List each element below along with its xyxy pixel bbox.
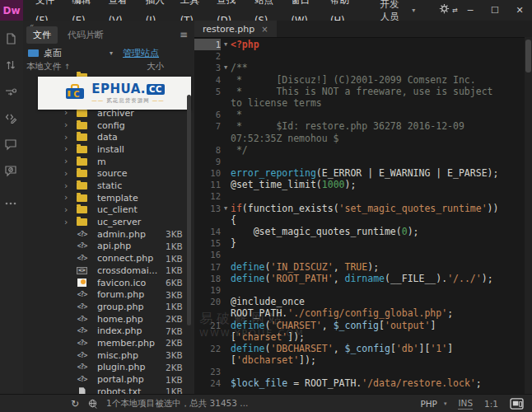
- tree-row-folder[interactable]: ›data: [23, 131, 191, 143]
- tree-row-file[interactable]: <>crossdomai...1KB: [23, 265, 191, 277]
- folder-icon: [77, 194, 87, 202]
- tree-row-folder[interactable]: ›config: [23, 119, 191, 132]
- close-button[interactable]: ✕: [507, 0, 532, 21]
- fold-arrow-icon[interactable]: ▼: [221, 62, 231, 73]
- fold-arrow-icon[interactable]: ▼: [221, 39, 231, 50]
- line-number: [194, 133, 221, 144]
- document-tab-label: restore.php: [203, 24, 254, 35]
- chevron-right-icon[interactable]: ›: [64, 157, 77, 166]
- php-file-icon: <?>: [77, 303, 87, 311]
- tree-row-folder[interactable]: ›static: [23, 180, 191, 192]
- line-number: 14: [194, 226, 221, 237]
- get-files-icon[interactable]: [87, 399, 98, 410]
- manage-sites-link[interactable]: 管理站点: [123, 47, 159, 59]
- maximize-button[interactable]: ☐: [483, 0, 507, 21]
- chevron-down-icon[interactable]: ▾: [110, 49, 113, 57]
- tree-row-file[interactable]: <?>api.php1KB: [23, 241, 191, 253]
- php-file-icon: <?>: [77, 316, 87, 323]
- code-text: ['charset']);: [231, 331, 524, 343]
- watermark-banner: C EPHUA.CC —— 贰花息货资源网 ——: [38, 77, 191, 110]
- file-size: 1KB: [166, 302, 183, 311]
- refresh-icon[interactable]: ↻: [71, 398, 79, 410]
- tree-row-folder[interactable]: ›install: [23, 143, 191, 156]
- document-tab[interactable]: restore.php ×: [194, 21, 277, 37]
- sync-arrows-icon: ⇄: [452, 7, 458, 14]
- code-text: @set_magic_quotes_runtime(0);: [231, 226, 524, 237]
- tree-row-file[interactable]: robots.txt1KB: [23, 386, 191, 394]
- file-name: group.php: [97, 302, 166, 312]
- chevron-right-icon[interactable]: ›: [64, 133, 77, 143]
- new-document-icon[interactable]: [4, 32, 19, 47]
- code-text: * $Id: restore.php 36278 2016-12-09: [231, 120, 524, 132]
- code-text: /**: [231, 62, 524, 73]
- file-name: misc.php: [97, 350, 166, 361]
- sync-settings-button[interactable]: ⇄: [438, 2, 458, 18]
- code-line: 11@set_time_limit(1000);: [194, 179, 524, 190]
- line-number: 6: [194, 109, 221, 120]
- comment-icon[interactable]: [4, 138, 19, 152]
- code-text: ROOT_PATH.'./config/config_global.php';: [231, 307, 524, 319]
- transfer-icon[interactable]: [4, 85, 19, 100]
- editor-scrollbar-track[interactable]: [525, 37, 532, 394]
- device-preview-icon[interactable]: [510, 398, 524, 410]
- site-select[interactable]: 桌面: [44, 47, 62, 59]
- chevron-right-icon[interactable]: ›: [64, 218, 77, 227]
- folder-icon: [77, 182, 87, 190]
- code-text: define('CHARSET', $_config['output']: [231, 320, 524, 331]
- minimize-button[interactable]: ─: [458, 0, 483, 21]
- code-line: 3▼/**: [194, 62, 524, 73]
- panel-menu-icon[interactable]: ≡: [180, 30, 188, 39]
- tree-row-file[interactable]: <?>forum.php3KB: [23, 288, 191, 301]
- panel-scrollbar[interactable]: [187, 95, 191, 325]
- tree-row-folder[interactable]: ›uc_client: [23, 204, 191, 217]
- language-select[interactable]: PHP ▾: [420, 399, 446, 409]
- tree-row-file[interactable]: <?>portal.php1KB: [23, 373, 191, 386]
- code-text: [231, 50, 524, 62]
- tree-row-file[interactable]: <?>member.php2KB: [23, 337, 191, 349]
- file-name: crossdomai...: [97, 265, 166, 276]
- chevron-right-icon[interactable]: ›: [64, 120, 77, 130]
- tree-row-folder[interactable]: ›source: [23, 168, 191, 180]
- tree-row-file[interactable]: <?>plugin.php2KB: [23, 362, 191, 374]
- workspace-switcher[interactable]: 开发人员 ▾: [380, 0, 415, 23]
- code-text: define('ROOT_PATH', dirname(__FILE__).'/…: [231, 273, 524, 284]
- chevron-right-icon[interactable]: ›: [64, 205, 77, 215]
- tree-row-file[interactable]: <?>group.php1KB: [23, 301, 191, 313]
- fold-arrow-icon[interactable]: ▼: [221, 203, 231, 214]
- tab-snippets[interactable]: 代码片断: [61, 26, 110, 44]
- code-text: 07:52:35Z nemohou $: [231, 133, 524, 144]
- chevron-right-icon[interactable]: ›: [64, 193, 77, 203]
- tree-row-file[interactable]: <?>connect.php1KB: [23, 252, 191, 265]
- chevron-right-icon[interactable]: ›: [64, 144, 77, 154]
- tool-strip: [0, 21, 24, 394]
- editor-scrollbar-thumb[interactable]: [525, 40, 531, 73]
- code-area[interactable]: 1▼<?php23▼/**4 * [Discuz!] (C)2001-2099 …: [194, 37, 524, 390]
- chevron-right-icon[interactable]: ›: [64, 108, 77, 118]
- tree-row-file[interactable]: <?>index.php7KB: [23, 325, 191, 337]
- tab-files[interactable]: 文件: [26, 26, 58, 44]
- insert-mode-indicator[interactable]: INS: [458, 398, 473, 410]
- tree-row-file[interactable]: <?>misc.php3KB: [23, 349, 191, 362]
- file-tree: ⌄›archiver›config›data›install›m›source›…: [23, 71, 191, 394]
- chevron-right-icon[interactable]: ›: [64, 169, 77, 179]
- php-file-icon: <?>: [77, 363, 87, 371]
- tree-row-folder[interactable]: ›uc_server: [23, 216, 191, 228]
- file-name: api.php: [97, 241, 166, 251]
- chevron-right-icon[interactable]: ›: [64, 181, 77, 191]
- updown-arrows-icon[interactable]: [4, 59, 19, 73]
- comment-off-icon[interactable]: [4, 164, 19, 179]
- line-number: 24: [194, 377, 221, 389]
- tree-row-file[interactable]: <?>home.php2KB: [23, 313, 191, 325]
- file-name: member.php: [97, 338, 166, 349]
- close-tab-icon[interactable]: ×: [261, 25, 268, 34]
- tree-row-folder[interactable]: ›template: [23, 192, 191, 204]
- tree-row-file[interactable]: favicon.ico6KB: [23, 277, 191, 289]
- php-file-icon: <?>: [77, 376, 87, 383]
- more-icon[interactable]: [4, 197, 19, 212]
- code-edit-icon[interactable]: [4, 111, 19, 126]
- file-size: 2KB: [166, 314, 183, 324]
- tree-row-folder[interactable]: ›m: [23, 156, 191, 168]
- code-line: 24$lock_file = ROOT_PATH.'/data/restore.…: [194, 377, 524, 389]
- tree-row-file[interactable]: <?>admin.php3KB: [23, 228, 191, 241]
- code-line: 7 * $Id: restore.php 36278 2016-12-09: [194, 120, 524, 132]
